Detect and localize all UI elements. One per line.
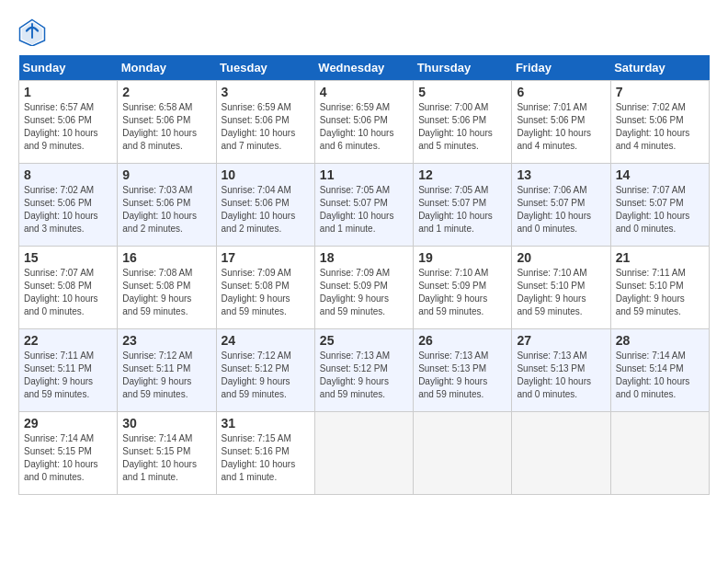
calendar-cell: 8Sunrise: 7:02 AM Sunset: 5:06 PM Daylig…: [19, 164, 118, 247]
day-header-wednesday: Wednesday: [314, 55, 413, 81]
day-number: 18: [320, 250, 408, 265]
calendar-cell: [512, 412, 610, 495]
calendar-cell: 4Sunrise: 6:59 AM Sunset: 5:06 PM Daylig…: [314, 81, 413, 164]
day-info: Sunrise: 7:13 AM Sunset: 5:13 PM Dayligh…: [418, 350, 506, 401]
calendar-cell: 30Sunrise: 7:14 AM Sunset: 5:15 PM Dayli…: [118, 412, 216, 495]
day-number: 25: [320, 333, 408, 348]
calendar-cell: 23Sunrise: 7:12 AM Sunset: 5:11 PM Dayli…: [118, 329, 216, 412]
day-number: 11: [320, 167, 408, 182]
calendar-header-row: SundayMondayTuesdayWednesdayThursdayFrid…: [19, 55, 710, 81]
day-info: Sunrise: 7:09 AM Sunset: 5:09 PM Dayligh…: [320, 267, 408, 318]
calendar-cell: 3Sunrise: 6:59 AM Sunset: 5:06 PM Daylig…: [216, 81, 314, 164]
calendar-cell: [314, 412, 413, 495]
day-number: 28: [616, 333, 704, 348]
day-header-sunday: Sunday: [19, 55, 118, 81]
calendar-cell: 31Sunrise: 7:15 AM Sunset: 5:16 PM Dayli…: [216, 412, 314, 495]
calendar-week-row: 22Sunrise: 7:11 AM Sunset: 5:11 PM Dayli…: [19, 329, 710, 412]
day-number: 1: [24, 85, 112, 99]
calendar-cell: 26Sunrise: 7:13 AM Sunset: 5:13 PM Dayli…: [414, 329, 512, 412]
day-number: 22: [24, 333, 112, 348]
day-number: 31: [222, 416, 310, 431]
day-number: 15: [24, 250, 112, 265]
calendar-cell: 7Sunrise: 7:02 AM Sunset: 5:06 PM Daylig…: [610, 81, 709, 164]
day-number: 20: [517, 250, 605, 265]
calendar-cell: 18Sunrise: 7:09 AM Sunset: 5:09 PM Dayli…: [314, 247, 413, 329]
calendar-cell: 9Sunrise: 7:03 AM Sunset: 5:06 PM Daylig…: [118, 164, 216, 247]
day-info: Sunrise: 7:14 AM Sunset: 5:15 PM Dayligh…: [122, 432, 210, 484]
calendar-week-row: 8Sunrise: 7:02 AM Sunset: 5:06 PM Daylig…: [19, 164, 710, 247]
calendar-cell: 27Sunrise: 7:13 AM Sunset: 5:13 PM Dayli…: [512, 329, 610, 412]
calendar-cell: 29Sunrise: 7:14 AM Sunset: 5:15 PM Dayli…: [19, 412, 118, 495]
day-info: Sunrise: 7:14 AM Sunset: 5:15 PM Dayligh…: [24, 432, 112, 484]
calendar-cell: 16Sunrise: 7:08 AM Sunset: 5:08 PM Dayli…: [118, 247, 216, 329]
calendar-cell: 1Sunrise: 6:57 AM Sunset: 5:06 PM Daylig…: [19, 81, 118, 164]
calendar-table: SundayMondayTuesdayWednesdayThursdayFrid…: [18, 55, 710, 495]
calendar-cell: 11Sunrise: 7:05 AM Sunset: 5:07 PM Dayli…: [314, 164, 413, 247]
calendar-week-row: 29Sunrise: 7:14 AM Sunset: 5:15 PM Dayli…: [19, 412, 710, 495]
calendar-cell: 17Sunrise: 7:09 AM Sunset: 5:08 PM Dayli…: [216, 247, 314, 329]
day-info: Sunrise: 6:59 AM Sunset: 5:06 PM Dayligh…: [222, 101, 310, 153]
day-info: Sunrise: 7:10 AM Sunset: 5:09 PM Dayligh…: [418, 267, 506, 318]
day-info: Sunrise: 6:57 AM Sunset: 5:06 PM Dayligh…: [24, 101, 112, 153]
day-info: Sunrise: 7:00 AM Sunset: 5:06 PM Dayligh…: [418, 101, 506, 153]
day-info: Sunrise: 7:14 AM Sunset: 5:14 PM Dayligh…: [616, 350, 704, 401]
day-header-friday: Friday: [512, 55, 610, 81]
day-number: 4: [320, 85, 408, 99]
day-number: 17: [222, 250, 310, 265]
day-info: Sunrise: 7:12 AM Sunset: 5:12 PM Dayligh…: [222, 350, 310, 401]
day-info: Sunrise: 6:58 AM Sunset: 5:06 PM Dayligh…: [122, 101, 210, 153]
calendar-cell: 13Sunrise: 7:06 AM Sunset: 5:07 PM Dayli…: [512, 164, 610, 247]
day-number: 5: [418, 85, 506, 99]
day-number: 13: [517, 167, 605, 182]
day-info: Sunrise: 7:08 AM Sunset: 5:08 PM Dayligh…: [122, 267, 210, 318]
day-info: Sunrise: 7:03 AM Sunset: 5:06 PM Dayligh…: [122, 184, 210, 236]
day-number: 12: [418, 167, 506, 182]
day-info: Sunrise: 7:07 AM Sunset: 5:07 PM Dayligh…: [616, 184, 704, 236]
day-info: Sunrise: 7:10 AM Sunset: 5:10 PM Dayligh…: [517, 267, 605, 318]
day-header-tuesday: Tuesday: [216, 55, 314, 81]
calendar-cell: 28Sunrise: 7:14 AM Sunset: 5:14 PM Dayli…: [610, 329, 709, 412]
day-number: 27: [517, 333, 605, 348]
calendar-cell: 24Sunrise: 7:12 AM Sunset: 5:12 PM Dayli…: [216, 329, 314, 412]
day-info: Sunrise: 7:12 AM Sunset: 5:11 PM Dayligh…: [122, 350, 210, 401]
logo-icon: [18, 18, 46, 46]
day-number: 21: [616, 250, 704, 265]
day-info: Sunrise: 7:07 AM Sunset: 5:08 PM Dayligh…: [24, 267, 112, 318]
day-info: Sunrise: 7:01 AM Sunset: 5:06 PM Dayligh…: [517, 101, 605, 153]
logo: [18, 18, 50, 46]
calendar-cell: 5Sunrise: 7:00 AM Sunset: 5:06 PM Daylig…: [414, 81, 512, 164]
day-number: 2: [122, 85, 210, 99]
day-header-thursday: Thursday: [414, 55, 512, 81]
day-info: Sunrise: 7:05 AM Sunset: 5:07 PM Dayligh…: [418, 184, 506, 236]
calendar-cell: 19Sunrise: 7:10 AM Sunset: 5:09 PM Dayli…: [414, 247, 512, 329]
calendar-cell: 10Sunrise: 7:04 AM Sunset: 5:06 PM Dayli…: [216, 164, 314, 247]
day-info: Sunrise: 7:02 AM Sunset: 5:06 PM Dayligh…: [24, 184, 112, 236]
day-info: Sunrise: 7:05 AM Sunset: 5:07 PM Dayligh…: [320, 184, 408, 236]
day-number: 10: [222, 167, 310, 182]
calendar-cell: 14Sunrise: 7:07 AM Sunset: 5:07 PM Dayli…: [610, 164, 709, 247]
day-number: 8: [24, 167, 112, 182]
day-header-monday: Monday: [118, 55, 216, 81]
day-number: 19: [418, 250, 506, 265]
day-number: 9: [122, 167, 210, 182]
calendar-cell: [414, 412, 512, 495]
day-info: Sunrise: 7:09 AM Sunset: 5:08 PM Dayligh…: [222, 267, 310, 318]
day-number: 7: [616, 85, 704, 99]
day-info: Sunrise: 7:11 AM Sunset: 5:10 PM Dayligh…: [616, 267, 704, 318]
day-info: Sunrise: 7:06 AM Sunset: 5:07 PM Dayligh…: [517, 184, 605, 236]
calendar-cell: 22Sunrise: 7:11 AM Sunset: 5:11 PM Dayli…: [19, 329, 118, 412]
day-number: 29: [24, 416, 112, 431]
calendar-cell: 12Sunrise: 7:05 AM Sunset: 5:07 PM Dayli…: [414, 164, 512, 247]
day-number: 23: [122, 333, 210, 348]
day-number: 30: [122, 416, 210, 431]
day-number: 26: [418, 333, 506, 348]
page-header: [18, 18, 710, 46]
day-info: Sunrise: 7:02 AM Sunset: 5:06 PM Dayligh…: [616, 101, 704, 153]
day-number: 14: [616, 167, 704, 182]
day-info: Sunrise: 7:04 AM Sunset: 5:06 PM Dayligh…: [222, 184, 310, 236]
day-header-saturday: Saturday: [610, 55, 709, 81]
calendar-cell: 25Sunrise: 7:13 AM Sunset: 5:12 PM Dayli…: [314, 329, 413, 412]
day-info: Sunrise: 7:11 AM Sunset: 5:11 PM Dayligh…: [24, 350, 112, 401]
calendar-week-row: 15Sunrise: 7:07 AM Sunset: 5:08 PM Dayli…: [19, 247, 710, 329]
day-number: 16: [122, 250, 210, 265]
